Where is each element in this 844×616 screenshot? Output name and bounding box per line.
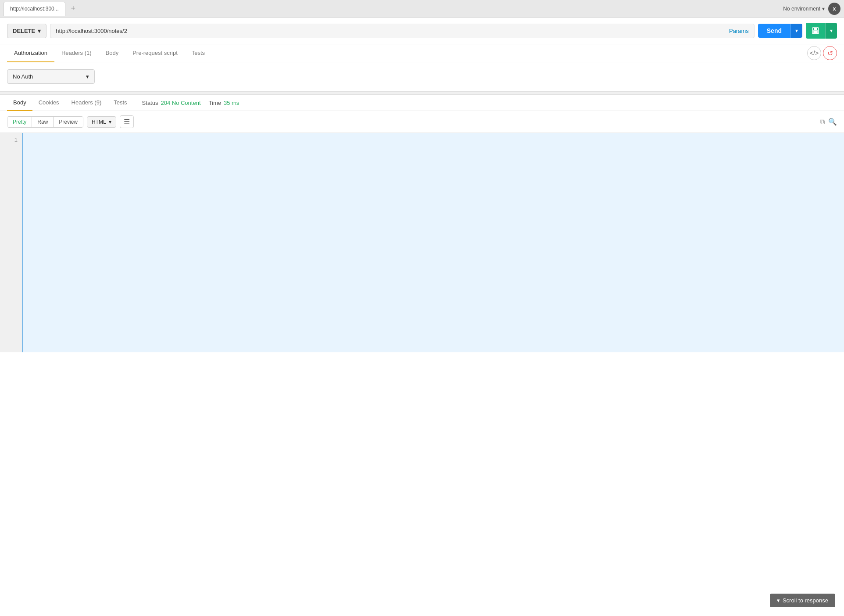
tab-tests[interactable]: Tests <box>185 44 212 62</box>
save-button[interactable] <box>806 23 825 39</box>
auth-type-dropdown[interactable]: No Auth ▾ <box>7 69 95 84</box>
tab-headers[interactable]: Headers (1) <box>54 44 99 62</box>
svg-rect-1 <box>814 28 817 30</box>
send-dropdown-button[interactable]: ▾ <box>790 24 802 38</box>
tab-pre-request-script[interactable]: Pre-request script <box>125 44 185 62</box>
params-button[interactable]: Params <box>724 24 754 38</box>
active-tab-label: http://localhost:300... <box>10 6 59 12</box>
save-icon <box>811 26 820 35</box>
auth-type-label: No Auth <box>13 73 33 80</box>
url-bar: DELETE ▾ Params Send ▾ <box>0 18 844 44</box>
tab-authorization[interactable]: Authorization <box>7 44 54 62</box>
search-button[interactable]: 🔍 <box>828 118 837 126</box>
active-tab[interactable]: http://localhost:300... <box>4 2 65 16</box>
body-toolbar: Pretty Raw Preview HTML ▾ ☰ ⧉ 🔍 <box>0 111 844 133</box>
response-section: Body Cookies Headers (9) Tests Status 20… <box>0 95 844 352</box>
save-button-group: ▾ <box>806 23 837 39</box>
svg-rect-3 <box>814 31 817 33</box>
code-icon-button[interactable]: </> <box>807 46 821 60</box>
environment-selector[interactable]: No environment ▾ <box>783 6 825 12</box>
line-numbers: 1 <box>0 133 22 352</box>
request-tabs: Authorization Headers (1) Body Pre-reque… <box>0 44 844 62</box>
refresh-icon: ↺ <box>827 49 833 57</box>
copy-icon: ⧉ <box>820 118 825 125</box>
url-input-wrapper: Params <box>50 24 754 38</box>
time-value: 35 ms <box>224 100 239 106</box>
status-label: Status <box>142 100 158 106</box>
resp-tab-body[interactable]: Body <box>7 95 32 111</box>
scroll-label: Scroll to response <box>783 597 828 604</box>
refresh-icon-button[interactable]: ↺ <box>823 46 837 60</box>
chevron-down-icon: ▾ <box>822 6 825 12</box>
save-dropdown-button[interactable]: ▾ <box>825 23 837 39</box>
response-status: Status 204 No Content Time 35 ms <box>142 100 240 106</box>
response-tabs: Body Cookies Headers (9) Tests Status 20… <box>0 95 844 111</box>
auth-section: No Auth ▾ <box>0 62 844 91</box>
resp-tab-tests[interactable]: Tests <box>107 95 133 111</box>
language-label: HTML <box>92 119 106 125</box>
method-dropdown-button[interactable]: DELETE ▾ <box>7 24 46 38</box>
method-chevron-icon: ▾ <box>38 28 41 34</box>
user-avatar[interactable]: x <box>828 3 840 15</box>
main-content: DELETE ▾ Params Send ▾ <box>0 18 844 616</box>
send-label: Send <box>767 27 782 34</box>
tab-body[interactable]: Body <box>99 44 126 62</box>
format-tab-pretty[interactable]: Pretty <box>7 117 32 127</box>
format-tab-preview[interactable]: Preview <box>54 117 83 127</box>
send-button-group: Send ▾ <box>758 24 802 38</box>
body-format-tabs: Pretty Raw Preview <box>7 116 83 128</box>
save-chevron-icon: ▾ <box>830 28 833 34</box>
add-tab-button[interactable]: + <box>67 3 79 15</box>
code-area: 1 <box>0 133 844 352</box>
tab-bar-right: No environment ▾ x <box>783 3 840 15</box>
code-content[interactable] <box>22 133 844 352</box>
format-tab-raw[interactable]: Raw <box>32 117 54 127</box>
scroll-chevron-icon: ▾ <box>777 597 780 604</box>
url-input[interactable] <box>50 24 724 38</box>
environment-label: No environment <box>783 6 820 12</box>
tab-bar: http://localhost:300... + No environment… <box>0 0 844 18</box>
resp-tab-headers[interactable]: Headers (9) <box>65 95 108 111</box>
section-divider <box>0 91 844 95</box>
wrap-button[interactable]: ☰ <box>120 115 134 128</box>
wrap-icon: ☰ <box>124 118 130 126</box>
status-value: 204 No Content <box>161 100 200 106</box>
language-select[interactable]: HTML ▾ <box>87 116 116 128</box>
time-label: Time <box>209 100 221 106</box>
search-icon: 🔍 <box>828 118 837 125</box>
resp-tab-cookies[interactable]: Cookies <box>32 95 65 111</box>
scroll-to-response-button[interactable]: ▾ Scroll to response <box>770 594 835 607</box>
auth-chevron-icon: ▾ <box>86 73 89 80</box>
language-chevron-icon: ▾ <box>109 119 111 125</box>
send-button[interactable]: Send <box>758 24 790 38</box>
send-chevron-icon: ▾ <box>795 28 798 34</box>
tab-actions: </> ↺ <box>807 46 837 60</box>
method-label: DELETE <box>13 28 35 34</box>
code-icon: </> <box>810 50 819 57</box>
copy-button[interactable]: ⧉ <box>820 118 825 126</box>
